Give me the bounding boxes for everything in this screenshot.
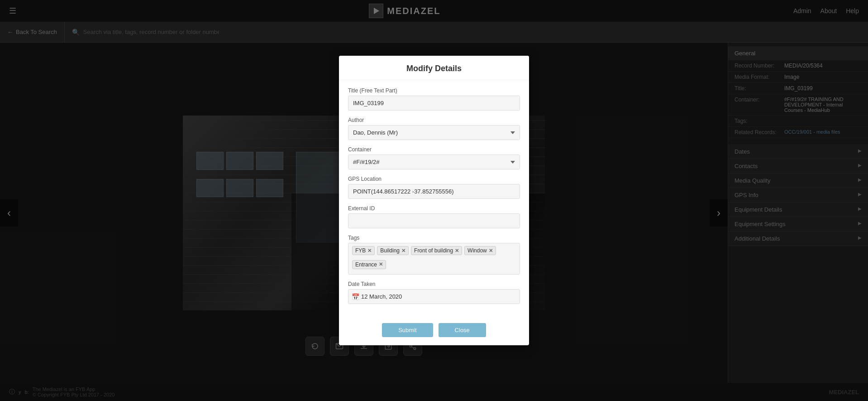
container-field-label: Container <box>348 146 520 153</box>
tag-entrance: Entrance ✕ <box>352 260 386 269</box>
close-button[interactable]: Close <box>439 323 486 337</box>
modal-footer: Submit Close <box>339 318 529 345</box>
modal-overlay: Modify Details Title (Free Text Part) Au… <box>0 0 868 401</box>
calendar-icon: 📅 <box>352 293 359 300</box>
tag-front-of-building: Front of building ✕ <box>411 246 462 255</box>
tags-container[interactable]: FYB ✕ Building ✕ Front of building ✕ Win… <box>348 243 520 275</box>
author-select[interactable]: Dao, Dennis (Mr) <box>348 125 520 140</box>
tags-field-label: Tags <box>348 235 520 241</box>
title-field-label: Title (Free Text Part) <box>348 87 520 94</box>
container-select[interactable]: #F/#19/2# <box>348 155 520 169</box>
tag-fyb-label: FYB <box>355 247 366 254</box>
date-taken-form-group: Date Taken 📅 <box>348 281 520 304</box>
gps-field-label: GPS Location <box>348 176 520 182</box>
submit-button[interactable]: Submit <box>382 323 433 337</box>
modal-body: Title (Free Text Part) Author Dao, Denni… <box>339 80 529 318</box>
tag-building: Building ✕ <box>377 246 409 255</box>
modify-details-modal: Modify Details Title (Free Text Part) Au… <box>339 56 529 345</box>
tag-fyb: FYB ✕ <box>352 246 375 255</box>
modal-header: Modify Details <box>339 56 529 80</box>
external-id-field-label: External ID <box>348 205 520 212</box>
title-form-group: Title (Free Text Part) <box>348 87 520 111</box>
container-form-group: Container #F/#19/2# <box>348 146 520 169</box>
date-input-wrap: 📅 <box>348 289 520 304</box>
tag-entrance-label: Entrance <box>355 261 377 268</box>
gps-form-group: GPS Location <box>348 176 520 199</box>
external-id-field[interactable] <box>348 213 520 228</box>
gps-field[interactable] <box>348 184 520 199</box>
tag-building-label: Building <box>380 247 400 254</box>
tag-front-of-building-remove[interactable]: ✕ <box>455 248 459 254</box>
tag-front-of-building-label: Front of building <box>414 247 453 254</box>
date-taken-field-label: Date Taken <box>348 281 520 287</box>
tag-fyb-remove[interactable]: ✕ <box>367 248 372 254</box>
date-taken-field[interactable] <box>348 289 520 304</box>
tag-window: Window ✕ <box>464 246 496 255</box>
tag-window-label: Window <box>467 247 487 254</box>
tags-input[interactable] <box>388 260 402 267</box>
title-field[interactable] <box>348 96 520 111</box>
tags-form-group: Tags FYB ✕ Building ✕ Front of building … <box>348 235 520 275</box>
modal-title: Modify Details <box>348 64 520 73</box>
tag-window-remove[interactable]: ✕ <box>489 248 493 254</box>
author-form-group: Author Dao, Dennis (Mr) <box>348 117 520 140</box>
tag-entrance-remove[interactable]: ✕ <box>379 261 383 267</box>
author-field-label: Author <box>348 117 520 123</box>
tag-building-remove[interactable]: ✕ <box>401 248 405 254</box>
external-id-form-group: External ID <box>348 205 520 228</box>
